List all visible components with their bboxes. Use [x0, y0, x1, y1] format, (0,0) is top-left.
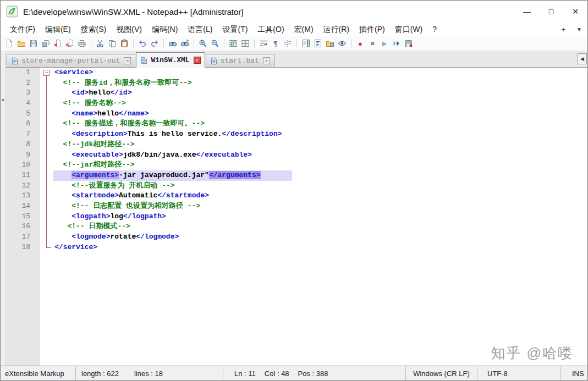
- menu-item-l[interactable]: 语言(L): [183, 24, 217, 36]
- close-all-icon[interactable]: [64, 38, 75, 49]
- editor-line[interactable]: 13 <startmode>Automatic</startmode>: [6, 191, 587, 201]
- tab-list-dropdown-icon[interactable]: ▼: [576, 26, 582, 32]
- statusbar-eol-format[interactable]: Windows (CR LF): [406, 366, 477, 380]
- new-document-button[interactable]: +: [562, 25, 566, 34]
- line-number[interactable]: 14: [6, 201, 40, 212]
- main-area: ✕ store-manage-portal-out✕WinSW.XML✕star…: [1, 51, 587, 366]
- dock-close-icon[interactable]: ✕: [1, 98, 5, 103]
- new-file-icon[interactable]: [4, 38, 15, 49]
- editor-line[interactable]: 16 <!-- 日期模式-->: [6, 222, 587, 232]
- menu-item-t[interactable]: 设置(T): [217, 24, 252, 36]
- find-icon[interactable]: [167, 38, 178, 49]
- maximize-button[interactable]: □: [539, 1, 563, 23]
- line-number[interactable]: 5: [6, 109, 40, 119]
- indent-guide-icon[interactable]: [282, 38, 293, 49]
- editor-line[interactable]: 17 <logmode>rotate</logmode>: [6, 232, 587, 242]
- print-icon[interactable]: [76, 38, 87, 49]
- tab-close-icon[interactable]: ✕: [124, 57, 131, 64]
- replace-icon[interactable]: [179, 38, 190, 49]
- editor-line[interactable]: 11 <arguments>-jar javaproducd.jar"</arg…: [6, 170, 587, 181]
- document-map-icon[interactable]: [300, 38, 311, 49]
- line-number[interactable]: 1: [6, 68, 40, 78]
- redo-icon[interactable]: [149, 38, 160, 49]
- line-number[interactable]: 15: [6, 212, 40, 222]
- menu-item-o[interactable]: 工具(O): [252, 24, 289, 36]
- line-number[interactable]: 7: [6, 129, 40, 140]
- sync-scroll-vertical-icon[interactable]: [228, 38, 239, 49]
- open-folder-icon[interactable]: [16, 38, 27, 49]
- tab-scroll-left-button[interactable]: ◀: [578, 53, 587, 64]
- editor-line[interactable]: 10 <!--jar相对路径-->: [6, 160, 587, 170]
- editor-tab-start-bat[interactable]: start.bat✕: [206, 54, 274, 67]
- editor-line[interactable]: 3 <id>hello</id>: [6, 88, 587, 98]
- menu-item-p[interactable]: 插件(P): [354, 24, 390, 36]
- line-number[interactable]: 18: [6, 242, 40, 253]
- minimize-button[interactable]: —: [515, 1, 539, 23]
- menu-item-n[interactable]: 编码(N): [147, 24, 183, 36]
- line-number[interactable]: 2: [6, 78, 40, 89]
- menu-item-r[interactable]: 运行(R): [318, 24, 354, 36]
- undo-icon[interactable]: [137, 38, 148, 49]
- close-button[interactable]: ✕: [563, 1, 587, 23]
- editor-line[interactable]: 1−<service>: [6, 68, 587, 78]
- cut-icon[interactable]: [95, 38, 106, 49]
- line-number[interactable]: 4: [6, 98, 40, 109]
- document-monitor-icon[interactable]: [337, 38, 348, 49]
- line-number[interactable]: 6: [6, 119, 40, 129]
- show-all-characters-icon[interactable]: ¶: [270, 38, 281, 49]
- tab-close-icon[interactable]: ✕: [194, 57, 201, 64]
- editor-line[interactable]: 2 <!-- 服务id，和服务名称一致即可-->: [6, 78, 587, 89]
- editor-line[interactable]: 6 <!-- 服务描述，和服务名称一致即可。-->: [6, 119, 587, 129]
- editor-line[interactable]: 9 <executable>jdk8/bin/java.exe</executa…: [6, 150, 587, 161]
- editor-line[interactable]: 8 <!--jdk相对路径-->: [6, 140, 587, 150]
- editor-line[interactable]: 15 <logpath>log</logpath>: [6, 212, 587, 222]
- editor-line[interactable]: 7 <description>This is hello service.</d…: [6, 129, 587, 140]
- line-number[interactable]: 9: [6, 150, 40, 161]
- copy-icon[interactable]: [107, 38, 118, 49]
- save-all-icon[interactable]: [40, 38, 51, 49]
- line-number[interactable]: 16: [6, 222, 40, 232]
- editor-line[interactable]: 14 <!-- 日志配置 也设置为相对路径 -->: [6, 201, 587, 212]
- line-number[interactable]: 13: [6, 191, 40, 201]
- editor-line[interactable]: 12 <!--设置服务为 开机启动 -->: [6, 181, 587, 191]
- zoom-in-icon[interactable]: [197, 38, 208, 49]
- menubar-right: + ▼: [562, 23, 582, 36]
- line-number[interactable]: 10: [6, 160, 40, 170]
- line-number[interactable]: 17: [6, 232, 40, 242]
- line-number[interactable]: 12: [6, 181, 40, 191]
- save-macro-icon[interactable]: [403, 38, 414, 49]
- line-number[interactable]: 8: [6, 140, 40, 150]
- statusbar-insert-mode[interactable]: INS: [561, 366, 587, 380]
- editor-tab-store-manage-portal-out[interactable]: store-manage-portal-out✕: [7, 54, 135, 67]
- editor-line[interactable]: 4 <!-- 服务名称-->: [6, 98, 587, 109]
- statusbar-encoding[interactable]: UTF-8: [477, 366, 561, 380]
- folder-as-workspace-icon[interactable]: [325, 38, 336, 49]
- fold-collapse-icon[interactable]: −: [40, 68, 53, 78]
- menu-item-w[interactable]: 窗口(W): [390, 24, 428, 36]
- menu-item-f[interactable]: 文件(F): [5, 24, 40, 36]
- line-number[interactable]: 11: [6, 170, 40, 181]
- word-wrap-icon[interactable]: [258, 38, 269, 49]
- line-number[interactable]: 3: [6, 88, 40, 98]
- editor-line[interactable]: 18</service>: [6, 242, 587, 253]
- menu-item-s[interactable]: 搜索(S): [76, 24, 112, 36]
- close-file-icon[interactable]: [52, 38, 63, 49]
- editor-tab-winsw-xml[interactable]: WinSW.XML✕: [136, 52, 205, 68]
- menu-item-?[interactable]: ?: [427, 24, 442, 36]
- function-list-icon[interactable]: [312, 38, 323, 49]
- tab-close-icon[interactable]: ✕: [263, 57, 270, 64]
- run-macro-multiple-icon[interactable]: [391, 38, 402, 49]
- paste-icon[interactable]: [119, 38, 130, 49]
- stop-macro-icon[interactable]: ■: [367, 38, 378, 49]
- play-macro-icon[interactable]: ▶: [379, 38, 390, 49]
- editor[interactable]: 1−<service>2 <!-- 服务id，和服务名称一致即可-->3 <id…: [6, 68, 587, 366]
- sync-scroll-horizontal-icon[interactable]: [240, 38, 251, 49]
- toolbar-separator: [163, 39, 164, 48]
- menu-item-v[interactable]: 视图(V): [111, 24, 147, 36]
- save-icon[interactable]: [28, 38, 39, 49]
- record-macro-icon[interactable]: ●: [355, 38, 366, 49]
- menu-item-e[interactable]: 编辑(E): [40, 24, 76, 36]
- menu-item-m[interactable]: 宏(M): [289, 24, 318, 36]
- editor-line[interactable]: 5 <name>hello</name>: [6, 109, 587, 119]
- zoom-out-icon[interactable]: [210, 38, 221, 49]
